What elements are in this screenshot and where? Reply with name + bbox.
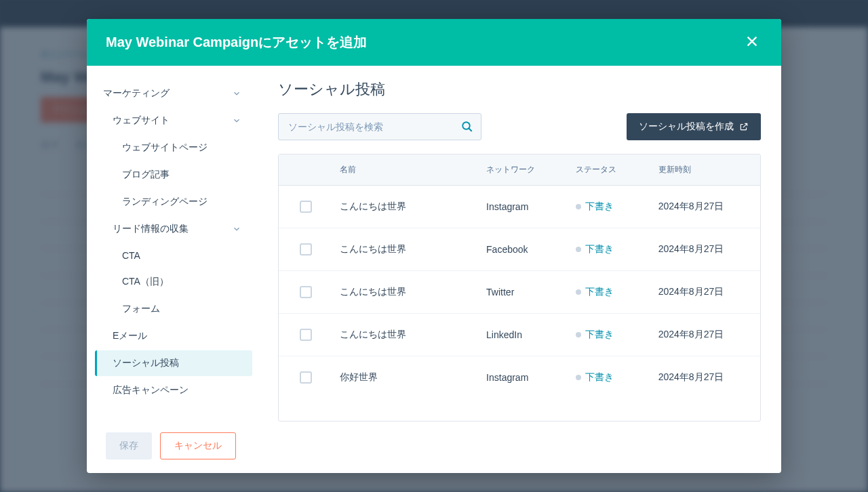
search-input[interactable] bbox=[278, 113, 481, 140]
row-checkbox[interactable] bbox=[300, 286, 312, 298]
content-heading: ソーシャル投稿 bbox=[278, 79, 761, 100]
close-button[interactable] bbox=[742, 31, 762, 54]
search-wrap bbox=[278, 113, 481, 140]
status-dot-icon bbox=[576, 289, 581, 295]
cell-updated: 2024年8月27日 bbox=[658, 201, 760, 213]
status-dot-icon bbox=[576, 204, 581, 209]
sidebar-item-4[interactable]: ランディングページ bbox=[95, 189, 252, 215]
status-badge[interactable]: 下書き bbox=[576, 371, 658, 384]
sidebar-item-2[interactable]: ウェブサイトページ bbox=[95, 135, 252, 161]
table-row[interactable]: 你好世界Instagram下書き2024年8月27日 bbox=[279, 356, 760, 398]
cell-network: LinkedIn bbox=[486, 329, 576, 340]
sidebar-item-6[interactable]: CTA bbox=[95, 243, 252, 268]
sidebar-item-label: マーケティング bbox=[103, 87, 170, 100]
sidebar-item-label: ソーシャル投稿 bbox=[113, 357, 179, 369]
status-dot-icon bbox=[576, 247, 581, 252]
modal-header: May Webinar Campaignにアセットを追加 bbox=[87, 19, 781, 66]
col-header-network: ネットワーク bbox=[486, 164, 576, 176]
status-badge[interactable]: 下書き bbox=[576, 243, 658, 255]
close-icon bbox=[745, 34, 760, 49]
cell-updated: 2024年8月27日 bbox=[658, 371, 760, 384]
cell-updated: 2024年8月27日 bbox=[658, 243, 760, 255]
status-text: 下書き bbox=[585, 286, 614, 298]
sidebar-item-label: フォーム bbox=[122, 303, 160, 315]
search-icon bbox=[461, 121, 473, 133]
cell-updated: 2024年8月27日 bbox=[658, 329, 760, 341]
sidebar-item-label: リード情報の収集 bbox=[113, 223, 189, 235]
table-row[interactable]: こんにちは世界Facebook下書き2024年8月27日 bbox=[279, 228, 760, 271]
svg-point-0 bbox=[462, 122, 470, 129]
create-social-post-button[interactable]: ソーシャル投稿を作成 bbox=[627, 113, 761, 140]
external-link-icon bbox=[739, 122, 749, 131]
social-posts-table: 名前 ネットワーク ステータス 更新時刻 こんにちは世界Instagram下書き… bbox=[278, 154, 761, 422]
row-checkbox[interactable] bbox=[300, 243, 312, 255]
sidebar-item-5[interactable]: リード情報の収集 bbox=[95, 216, 252, 242]
sidebar-item-7[interactable]: CTA（旧） bbox=[95, 269, 252, 295]
col-header-name: 名前 bbox=[333, 164, 486, 176]
sidebar-item-label: 広告キャンペーン bbox=[113, 384, 189, 396]
sidebar-item-label: ブログ記事 bbox=[122, 169, 170, 181]
sidebar-item-label: Eメール bbox=[113, 330, 147, 342]
status-dot-icon bbox=[576, 375, 581, 380]
sidebar-item-label: ランディングページ bbox=[122, 196, 208, 208]
sidebar-item-0[interactable]: マーケティング bbox=[95, 81, 252, 106]
status-text: 下書き bbox=[585, 371, 614, 384]
row-checkbox[interactable] bbox=[300, 329, 312, 341]
status-text: 下書き bbox=[585, 243, 614, 255]
status-badge[interactable]: 下書き bbox=[576, 329, 658, 341]
col-header-updated: 更新時刻 bbox=[658, 164, 760, 176]
row-checkbox[interactable] bbox=[300, 371, 312, 384]
table-row[interactable]: こんにちは世界Instagram下書き2024年8月27日 bbox=[279, 186, 760, 228]
content-toolbar: ソーシャル投稿を作成 bbox=[278, 113, 761, 140]
col-header-status: ステータス bbox=[576, 164, 658, 176]
cell-name: こんにちは世界 bbox=[333, 243, 486, 255]
status-text: 下書き bbox=[585, 201, 614, 213]
add-assets-modal: May Webinar Campaignにアセットを追加 マーケティングウェブサ… bbox=[87, 19, 781, 473]
chevron-down-icon bbox=[232, 224, 241, 234]
chevron-down-icon bbox=[232, 89, 241, 98]
sidebar-item-label: ウェブサイトページ bbox=[122, 142, 208, 154]
status-text: 下書き bbox=[585, 329, 614, 341]
sidebar-item-3[interactable]: ブログ記事 bbox=[95, 162, 252, 188]
table-row[interactable]: こんにちは世界Twitter下書き2024年8月27日 bbox=[279, 271, 760, 314]
row-checkbox[interactable] bbox=[300, 201, 312, 213]
cell-network: Twitter bbox=[486, 287, 576, 298]
cell-network: Facebook bbox=[486, 244, 576, 255]
content-panel: ソーシャル投稿 ソーシャル投稿を作成 名前 ネットワーク ステータス 更新時 bbox=[258, 66, 781, 422]
sidebar-item-10[interactable]: ソーシャル投稿 bbox=[95, 350, 252, 376]
sidebar-item-label: CTA（旧） bbox=[122, 276, 169, 288]
chevron-down-icon bbox=[232, 116, 241, 125]
cell-name: こんにちは世界 bbox=[333, 286, 486, 298]
table-row[interactable]: こんにちは世界LinkedIn下書き2024年8月27日 bbox=[279, 314, 760, 356]
cell-name: こんにちは世界 bbox=[333, 329, 486, 341]
cell-name: 你好世界 bbox=[333, 371, 486, 384]
status-dot-icon bbox=[576, 332, 581, 337]
sidebar-item-8[interactable]: フォーム bbox=[95, 296, 252, 322]
cell-updated: 2024年8月27日 bbox=[658, 286, 760, 298]
cell-name: こんにちは世界 bbox=[333, 201, 486, 213]
sidebar-item-1[interactable]: ウェブサイト bbox=[95, 108, 252, 134]
asset-type-sidebar: マーケティングウェブサイトウェブサイトページブログ記事ランディングページリード情… bbox=[87, 66, 258, 422]
cancel-button[interactable]: キャンセル bbox=[160, 432, 236, 459]
modal-footer: 保存 キャンセル bbox=[87, 422, 781, 473]
status-badge[interactable]: 下書き bbox=[576, 201, 658, 213]
sidebar-item-9[interactable]: Eメール bbox=[95, 323, 252, 349]
sidebar-item-label: CTA bbox=[122, 250, 140, 261]
table-header-row: 名前 ネットワーク ステータス 更新時刻 bbox=[279, 155, 760, 186]
save-button[interactable]: 保存 bbox=[106, 432, 152, 459]
status-badge[interactable]: 下書き bbox=[576, 286, 658, 298]
create-button-label: ソーシャル投稿を作成 bbox=[639, 121, 734, 133]
sidebar-item-label: ウェブサイト bbox=[113, 115, 170, 127]
sidebar-item-11[interactable]: 広告キャンペーン bbox=[95, 377, 252, 403]
cell-network: Instagram bbox=[486, 372, 576, 383]
modal-title: May Webinar Campaignにアセットを追加 bbox=[106, 33, 367, 52]
cell-network: Instagram bbox=[486, 201, 576, 212]
